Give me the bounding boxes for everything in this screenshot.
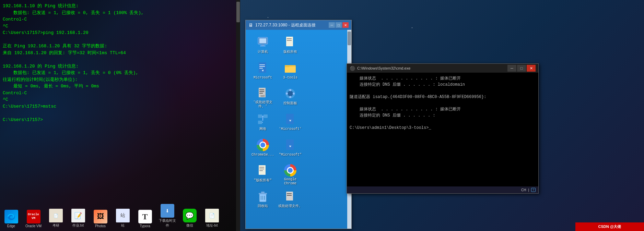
taskbar-icon-file2[interactable]: 📄 地址-txt [201,207,223,229]
recyclebin-icon [256,189,270,204]
desktop-icon-batch2-label: 或批处理文件。 [278,204,302,208]
desktop-icon-batch2[interactable]: 或批处理文件。 [277,187,304,213]
svg-rect-22 [259,165,266,175]
taskbar-file2-label: 地址-txt [206,223,218,228]
cmd-close-button[interactable]: ✕ [527,65,536,72]
typora-icon: T [138,210,152,223]
desktop-icon-chrome-se-label: ChromeSe... [251,153,274,157]
remote-desktop-window: 🖥 172.27.7.33:1080 - 远程桌面连接 ─ □ ✕ 计算机 [245,20,352,229]
remote-desktop-maximize-button[interactable]: □ [336,22,342,28]
desktop-icon-microsoft-label: Microsoft [254,76,272,80]
svg-rect-8 [259,66,265,67]
file2-icon: 📄 [205,209,219,222]
desktop-icon-control-panel[interactable]: 控制面板 [277,85,304,110]
svg-rect-13 [259,91,264,92]
desktop-icon-control-panel-label: 控制面板 [283,101,297,106]
oracle-icon: OracleVM [27,210,40,223]
cmd-bottom-ch: CH [521,188,526,192]
remote-desktop-minimize-button[interactable]: ─ [329,22,335,28]
svg-rect-27 [259,193,267,194]
desktop-icon-3tools-label: 3-tools [283,76,297,80]
remote-desktop-window-buttons: ─ □ ✕ [329,22,349,28]
text3-icon: 站 [116,209,130,222]
microsoft-doc-icon: W [256,61,270,75]
wechat-icon: 💬 [183,209,197,222]
left-scroll-thumb[interactable] [236,2,240,22]
taskbar-file1-label: 作业.txt [72,223,84,228]
taskbar-icon-oracle[interactable]: OracleVM Oracle VM [22,208,45,229]
svg-text:W: W [262,69,264,72]
taskbar-icon-download[interactable]: ⬇ 下载临时文件 [156,203,178,229]
desktop-icon-network-label: 网络 [259,127,266,131]
file1-icon: 📝 [71,209,85,222]
cmd-window-buttons: ─ □ ✕ [507,65,536,72]
desktop-icon-chrome-se[interactable]: ChromeSe... [249,136,277,162]
desktop-icon-network[interactable]: 网络 [249,110,277,136]
taskbar-icon-text3[interactable]: 站 站 [112,207,134,229]
svg-rect-12 [259,89,264,90]
desktop-icon-microsoft2[interactable]: W 'Microsoft' [277,110,304,136]
cmd-content: 媒体状态 . . . . . . . . . . . : 媒体已断开 连接特定的… [347,73,538,193]
desktop-icon-recyclebin-label: 回收站 [258,204,268,208]
svg-text:W: W [290,119,291,122]
svg-rect-25 [259,170,263,171]
taskbar-icon-edge[interactable]: Edge [0,208,22,229]
desktop-icon-microsoft2-label: 'Microsoft' [279,127,302,131]
desktop-icon-batch[interactable]: bat '或批处理文件。' [249,85,277,110]
svg-rect-5 [260,46,266,46]
svg-rect-14 [259,93,263,94]
taskbar-icon-text1[interactable]: 📄 考研 [45,207,67,229]
desktop-icon-computer-label: 计算机 [258,50,268,54]
cmd-bottom-bar: CH | ? [347,186,538,193]
desktop-icon-recyclebin[interactable]: 回收站 [249,187,277,213]
desktop-icon-rights2[interactable]: 版权所有 [277,33,304,59]
taskbar-icon-file1[interactable]: 📝 作业.txt [67,207,89,229]
rights-file-icon [256,163,270,178]
cmd-minimize-button[interactable]: ─ [507,65,516,72]
left-scrollbar[interactable] [236,0,240,231]
svg-rect-37 [285,65,290,67]
desktop-icon-rights2-label: 版权所有 [283,50,297,54]
desktop-icon-google-chrome[interactable]: Google Chrome [277,162,304,187]
remote-desktop-titlebar[interactable]: 🖥 172.27.7.33:1080 - 远程桌面连接 ─ □ ✕ [246,20,351,30]
batch2-icon [283,189,297,204]
taskbar-icon-wechat[interactable]: 💬 微信 [178,207,201,229]
remote-desktop-close-button[interactable]: ✕ [342,22,349,28]
folder-3tools-icon [283,61,297,75]
text1-icon: 📄 [49,209,63,222]
svg-rect-7 [259,64,265,65]
control-panel-icon [283,86,297,101]
cmd-title-bar[interactable]: ⚫ C:\Windows\System32\cmd.exe ─ □ ✕ [347,64,538,73]
desktop-icon-3tools[interactable]: 3-tools [277,59,304,85]
svg-point-42 [289,96,291,98]
edge-icon [4,210,18,223]
svg-rect-3 [259,38,266,43]
svg-rect-9 [259,68,263,69]
chrome-se-icon [256,138,270,152]
desktop-icon-microsoft3[interactable]: W "Microsoft" [277,136,304,162]
photos-icon: 🖼 [94,210,107,223]
svg-text:W: W [290,145,291,148]
batch-file-icon: bat [256,86,270,100]
taskbar-edge-label: Edge [7,224,15,228]
rights2-icon [283,35,297,49]
desktop-icon-microsoft[interactable]: W Microsoft [249,59,277,85]
taskbar-icon-typora[interactable]: T Typora [134,208,156,229]
cmd-title-text: C:\Windows\System32\cmd.exe [357,66,507,70]
desktop-icon-microsoft3-label: "Microsoft" [279,153,302,157]
google-chrome-icon [283,163,297,177]
svg-rect-36 [285,66,296,73]
remote-desktop-content: 计算机 W Microsoft [246,30,351,229]
svg-rect-33 [287,38,292,39]
network-icon [256,112,270,126]
terminal-output: 192.168.1.10 的 Ping 统计信息: 数据包: 已发送 = 1, … [0,0,147,126]
svg-rect-24 [259,169,264,169]
desktop-icon-rights[interactable]: "版权所有" [249,162,277,187]
cmd-maximize-button[interactable]: □ [517,65,526,72]
microsoft2-icon: W [283,112,297,126]
svg-point-40 [289,89,291,91]
svg-point-1 [10,216,14,219]
desktop-icon-computer[interactable]: 计算机 [249,33,277,59]
remote-desktop-scroll-thumb[interactable] [348,32,351,45]
taskbar-icon-photos[interactable]: 🖼 Photos [89,208,112,229]
